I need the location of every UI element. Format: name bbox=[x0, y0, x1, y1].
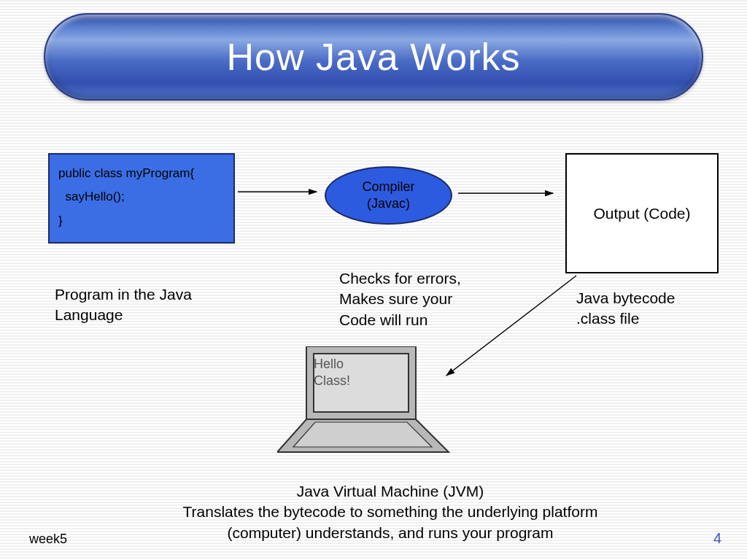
slide-title-text: How Java Works bbox=[226, 35, 520, 79]
caption-compiler-desc: Checks for errors, Makes sure your Code … bbox=[339, 268, 529, 330]
caption-jvm: Java Virtual Machine (JVM) Translates th… bbox=[150, 481, 631, 543]
arrow-compiler-to-output bbox=[458, 186, 560, 201]
compiler-label-2: (Javac) bbox=[367, 195, 410, 212]
arrow-source-to-compiler bbox=[238, 184, 324, 199]
output-label: Output (Code) bbox=[593, 205, 690, 222]
caption-bytecode: Java bytecode .class file bbox=[576, 288, 737, 330]
laptop-icon bbox=[277, 346, 452, 456]
java-source-box: public class myProgram{ sayHello(); } bbox=[48, 153, 235, 244]
code-line-2: sayHello(); bbox=[58, 185, 225, 209]
compiler-node: Compiler (Javac) bbox=[325, 166, 452, 225]
compiler-label-1: Compiler bbox=[362, 179, 414, 195]
footer-week: week5 bbox=[29, 532, 67, 547]
screen-line-1: Hello bbox=[314, 356, 350, 373]
laptop-screen-text: Hello Class! bbox=[314, 356, 350, 389]
slide-title-pill: How Java Works bbox=[44, 13, 703, 101]
footer-page-number: 4 bbox=[713, 530, 721, 547]
code-line-3: } bbox=[58, 209, 225, 233]
caption-java-program: Program in the Java Language bbox=[55, 284, 244, 326]
output-bytecode-box: Output (Code) bbox=[565, 153, 719, 273]
svg-marker-6 bbox=[293, 422, 432, 447]
code-line-1: public class myProgram{ bbox=[58, 162, 225, 185]
screen-line-2: Class! bbox=[314, 373, 350, 389]
